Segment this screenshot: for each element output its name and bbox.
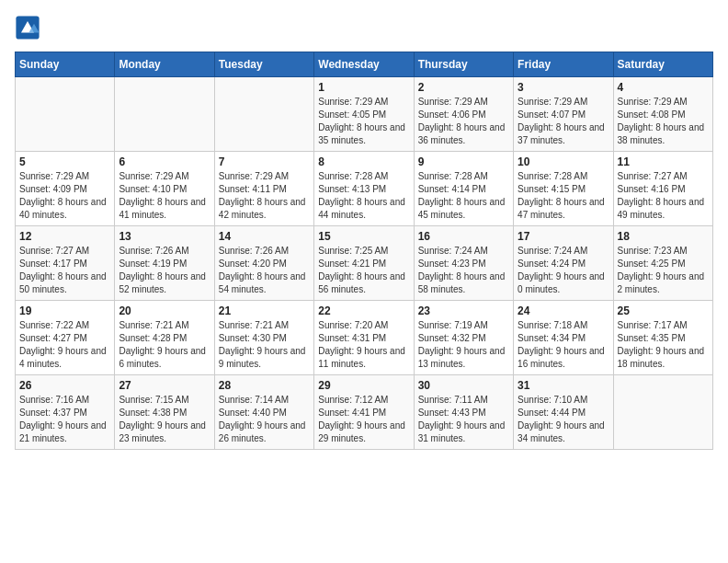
day-info: Sunrise: 7:29 AM Sunset: 4:10 PM Dayligh… [119,170,210,222]
calendar-cell [214,77,313,152]
week-row-5: 26Sunrise: 7:16 AM Sunset: 4:37 PM Dayli… [16,375,713,450]
day-number: 24 [518,304,609,317]
day-number: 2 [418,81,509,94]
calendar-cell: 27Sunrise: 7:15 AM Sunset: 4:38 PM Dayli… [115,375,214,450]
week-row-4: 19Sunrise: 7:22 AM Sunset: 4:27 PM Dayli… [16,301,713,375]
logo [15,15,44,40]
day-info: Sunrise: 7:27 AM Sunset: 4:16 PM Dayligh… [618,170,709,222]
calendar-cell: 19Sunrise: 7:22 AM Sunset: 4:27 PM Dayli… [16,301,115,375]
day-number: 30 [418,379,509,392]
day-info: Sunrise: 7:28 AM Sunset: 4:13 PM Dayligh… [318,170,409,222]
calendar-cell: 3Sunrise: 7:29 AM Sunset: 4:07 PM Daylig… [514,77,613,152]
day-number: 9 [418,155,509,168]
day-info: Sunrise: 7:29 AM Sunset: 4:11 PM Dayligh… [219,170,310,222]
day-info: Sunrise: 7:22 AM Sunset: 4:27 PM Dayligh… [19,319,110,371]
day-number: 3 [518,81,609,94]
calendar-cell: 28Sunrise: 7:14 AM Sunset: 4:40 PM Dayli… [214,375,313,450]
day-info: Sunrise: 7:17 AM Sunset: 4:35 PM Dayligh… [618,319,709,371]
calendar-cell: 5Sunrise: 7:29 AM Sunset: 4:09 PM Daylig… [16,152,115,226]
day-number: 5 [19,155,110,168]
calendar-table: SundayMondayTuesdayWednesdayThursdayFrid… [15,52,713,450]
calendar-cell: 17Sunrise: 7:24 AM Sunset: 4:24 PM Dayli… [514,226,613,301]
calendar-cell: 30Sunrise: 7:11 AM Sunset: 4:43 PM Dayli… [414,375,513,450]
calendar-cell: 20Sunrise: 7:21 AM Sunset: 4:28 PM Dayli… [115,301,214,375]
day-info: Sunrise: 7:20 AM Sunset: 4:31 PM Dayligh… [318,319,409,371]
week-row-1: 1Sunrise: 7:29 AM Sunset: 4:05 PM Daylig… [16,77,713,152]
day-number: 26 [19,379,110,392]
day-info: Sunrise: 7:12 AM Sunset: 4:41 PM Dayligh… [318,394,409,445]
day-info: Sunrise: 7:26 AM Sunset: 4:19 PM Dayligh… [119,245,210,296]
day-info: Sunrise: 7:19 AM Sunset: 4:32 PM Dayligh… [418,319,509,371]
day-number: 28 [219,379,310,392]
day-number: 15 [318,230,409,243]
week-row-2: 5Sunrise: 7:29 AM Sunset: 4:09 PM Daylig… [16,152,713,226]
day-number: 25 [618,304,709,317]
day-info: Sunrise: 7:21 AM Sunset: 4:30 PM Dayligh… [219,319,310,371]
day-info: Sunrise: 7:26 AM Sunset: 4:20 PM Dayligh… [219,245,310,296]
day-info: Sunrise: 7:14 AM Sunset: 4:40 PM Dayligh… [219,394,310,445]
calendar-cell: 21Sunrise: 7:21 AM Sunset: 4:30 PM Dayli… [214,301,313,375]
day-header-sunday: Sunday [16,52,115,77]
day-number: 23 [418,304,509,317]
day-number: 7 [219,155,310,168]
day-header-monday: Monday [115,52,214,77]
calendar-cell: 25Sunrise: 7:17 AM Sunset: 4:35 PM Dayli… [613,301,712,375]
calendar-cell: 8Sunrise: 7:28 AM Sunset: 4:13 PM Daylig… [314,152,414,226]
day-number: 22 [318,304,409,317]
day-info: Sunrise: 7:18 AM Sunset: 4:34 PM Dayligh… [518,319,609,371]
day-info: Sunrise: 7:27 AM Sunset: 4:17 PM Dayligh… [19,245,110,296]
calendar-cell: 11Sunrise: 7:27 AM Sunset: 4:16 PM Dayli… [613,152,712,226]
day-number: 8 [318,155,409,168]
calendar-cell: 24Sunrise: 7:18 AM Sunset: 4:34 PM Dayli… [514,301,613,375]
day-number: 13 [119,230,210,243]
day-info: Sunrise: 7:21 AM Sunset: 4:28 PM Dayligh… [119,319,210,371]
calendar-cell: 6Sunrise: 7:29 AM Sunset: 4:10 PM Daylig… [115,152,214,226]
calendar-cell: 14Sunrise: 7:26 AM Sunset: 4:20 PM Dayli… [214,226,313,301]
calendar-cell [613,375,712,450]
week-row-3: 12Sunrise: 7:27 AM Sunset: 4:17 PM Dayli… [16,226,713,301]
day-header-saturday: Saturday [613,52,712,77]
day-header-wednesday: Wednesday [314,52,414,77]
day-info: Sunrise: 7:23 AM Sunset: 4:25 PM Dayligh… [618,245,709,296]
day-number: 17 [518,230,609,243]
logo-icon [15,15,40,40]
calendar-cell: 23Sunrise: 7:19 AM Sunset: 4:32 PM Dayli… [414,301,513,375]
day-number: 20 [119,304,210,317]
day-info: Sunrise: 7:11 AM Sunset: 4:43 PM Dayligh… [418,394,509,445]
day-info: Sunrise: 7:29 AM Sunset: 4:05 PM Dayligh… [318,96,409,147]
day-info: Sunrise: 7:10 AM Sunset: 4:44 PM Dayligh… [518,394,609,445]
calendar-cell: 15Sunrise: 7:25 AM Sunset: 4:21 PM Dayli… [314,226,414,301]
calendar-cell: 13Sunrise: 7:26 AM Sunset: 4:19 PM Dayli… [115,226,214,301]
calendar-cell: 7Sunrise: 7:29 AM Sunset: 4:11 PM Daylig… [214,152,313,226]
day-number: 27 [119,379,210,392]
day-number: 12 [19,230,110,243]
calendar-cell: 16Sunrise: 7:24 AM Sunset: 4:23 PM Dayli… [414,226,513,301]
calendar-cell: 1Sunrise: 7:29 AM Sunset: 4:05 PM Daylig… [314,77,414,152]
calendar-cell: 18Sunrise: 7:23 AM Sunset: 4:25 PM Dayli… [613,226,712,301]
day-number: 31 [518,379,609,392]
day-number: 11 [618,155,709,168]
calendar-cell [16,77,115,152]
calendar-cell [115,77,214,152]
day-info: Sunrise: 7:15 AM Sunset: 4:38 PM Dayligh… [119,394,210,445]
day-info: Sunrise: 7:28 AM Sunset: 4:15 PM Dayligh… [518,170,609,222]
day-number: 4 [618,81,709,94]
day-info: Sunrise: 7:16 AM Sunset: 4:37 PM Dayligh… [19,394,110,445]
day-number: 14 [219,230,310,243]
day-number: 16 [418,230,509,243]
day-info: Sunrise: 7:28 AM Sunset: 4:14 PM Dayligh… [418,170,509,222]
calendar-cell: 12Sunrise: 7:27 AM Sunset: 4:17 PM Dayli… [16,226,115,301]
calendar-cell: 29Sunrise: 7:12 AM Sunset: 4:41 PM Dayli… [314,375,414,450]
day-info: Sunrise: 7:29 AM Sunset: 4:06 PM Dayligh… [418,96,509,147]
day-number: 18 [618,230,709,243]
day-number: 1 [318,81,409,94]
day-header-tuesday: Tuesday [214,52,313,77]
calendar-cell: 2Sunrise: 7:29 AM Sunset: 4:06 PM Daylig… [414,77,513,152]
page-header [15,15,713,40]
calendar-cell: 31Sunrise: 7:10 AM Sunset: 4:44 PM Dayli… [514,375,613,450]
day-info: Sunrise: 7:29 AM Sunset: 4:07 PM Dayligh… [518,96,609,147]
day-info: Sunrise: 7:24 AM Sunset: 4:24 PM Dayligh… [518,245,609,296]
day-number: 19 [19,304,110,317]
calendar-cell: 4Sunrise: 7:29 AM Sunset: 4:08 PM Daylig… [613,77,712,152]
day-info: Sunrise: 7:29 AM Sunset: 4:08 PM Dayligh… [618,96,709,147]
